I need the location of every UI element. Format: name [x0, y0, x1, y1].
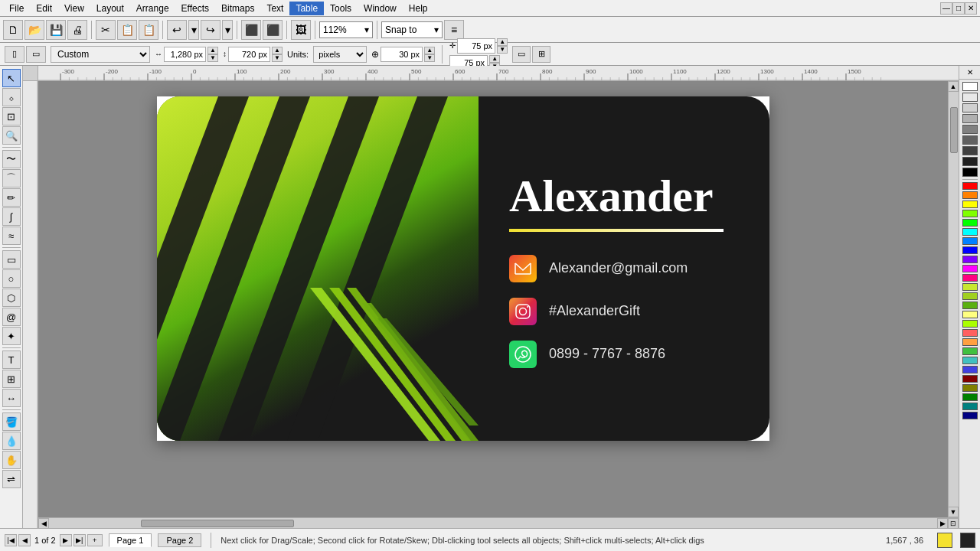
color-panel-x[interactable]: ✕ — [965, 67, 975, 77]
color-swatch[interactable] — [962, 182, 978, 190]
zoom-dropdown-icon[interactable]: ▾ — [364, 24, 369, 35]
hand-tool[interactable]: ✋ — [2, 451, 21, 469]
color-swatch[interactable] — [962, 191, 978, 199]
snap-options-button[interactable]: ≡ — [444, 20, 464, 40]
table-tool[interactable]: ⊞ — [2, 370, 21, 388]
color-swatch[interactable] — [962, 228, 978, 236]
redo-button[interactable]: ↪ — [201, 20, 220, 40]
hscroll-left-btn[interactable]: ◀ — [38, 518, 49, 529]
vscroll-up-btn[interactable]: ▲ — [948, 81, 959, 92]
window-close[interactable]: ✕ — [965, 2, 977, 15]
color-swatch[interactable] — [962, 393, 978, 401]
menubar-layout[interactable]: Layout — [90, 2, 130, 15]
color-swatch[interactable] — [962, 320, 978, 328]
select-tool[interactable]: ↖ — [2, 69, 21, 87]
page-add-btn[interactable]: + — [87, 534, 103, 546]
color-swatch[interactable] — [962, 135, 978, 145]
color-swatch[interactable] — [962, 82, 978, 91]
snap-select[interactable]: Snap to ▾ — [381, 21, 443, 38]
color-swatch[interactable] — [962, 338, 978, 346]
open-button[interactable]: 📂 — [24, 20, 44, 40]
y-up[interactable]: ▲ — [489, 55, 500, 63]
page1-tab[interactable]: Page 1 — [109, 533, 152, 547]
page-border-btn[interactable]: ▭ — [512, 46, 531, 63]
color-swatch[interactable] — [962, 384, 978, 392]
spiral-tool[interactable]: @ — [2, 308, 21, 326]
color-swatch[interactable] — [962, 302, 978, 309]
height-up[interactable]: ▲ — [272, 47, 283, 54]
undo-dropdown[interactable]: ▾ — [188, 20, 199, 40]
menubar-bitmaps[interactable]: Bitmaps — [215, 2, 260, 15]
x-up[interactable]: ▲ — [497, 38, 508, 46]
zoom-tool[interactable]: 🔍 — [2, 126, 21, 145]
menubar-edit[interactable]: Edit — [30, 2, 58, 15]
color-swatch[interactable] — [962, 125, 978, 134]
menubar-window[interactable]: Window — [358, 2, 403, 15]
menubar-effects[interactable]: Effects — [175, 2, 215, 15]
menubar-table[interactable]: Table — [289, 2, 324, 15]
star-tool[interactable]: ✦ — [2, 327, 21, 345]
vscroll-thumb[interactable] — [950, 107, 958, 153]
window-minimize[interactable]: — — [940, 2, 952, 15]
color-swatch[interactable] — [962, 375, 978, 383]
color-swatch[interactable] — [962, 114, 978, 123]
ellipse-tool[interactable]: ○ — [2, 269, 21, 288]
color-swatch[interactable] — [962, 201, 978, 208]
units-select[interactable]: pixels — [313, 46, 367, 63]
new-button[interactable]: 🗋 — [3, 20, 23, 40]
portrait-button[interactable]: ▯ — [5, 46, 24, 63]
preset-select[interactable]: Custom — [51, 46, 150, 63]
color-swatch[interactable] — [962, 329, 978, 337]
x-down[interactable]: ▼ — [497, 46, 508, 54]
page-last-btn[interactable]: ▶| — [74, 534, 86, 546]
page2-tab[interactable]: Page 2 — [158, 533, 201, 547]
color-swatch[interactable] — [962, 412, 978, 419]
freehand-tool[interactable]: 〜 — [2, 150, 21, 168]
status-fill-box[interactable] — [937, 533, 952, 548]
width-up[interactable]: ▲ — [207, 47, 218, 54]
cut-button[interactable]: ✂ — [96, 20, 116, 40]
hscroll-right-btn[interactable]: ▶ — [937, 518, 948, 529]
height-input[interactable] — [228, 47, 270, 62]
color-swatch[interactable] — [962, 210, 978, 217]
pen-tool[interactable]: ✏ — [2, 188, 21, 207]
polygon-tool[interactable]: ⬡ — [2, 289, 21, 307]
image-button[interactable]: 🖼 — [291, 20, 311, 40]
height-down[interactable]: ▼ — [272, 54, 283, 62]
page-prev-btn[interactable]: ◀ — [18, 534, 31, 546]
menubar-view[interactable]: View — [58, 2, 90, 15]
zoom-fit-btn[interactable]: ⊡ — [948, 518, 959, 529]
width-down[interactable]: ▼ — [207, 54, 218, 62]
fill-tool[interactable]: 🪣 — [2, 412, 21, 431]
eyedropper-tool[interactable]: 💧 — [2, 432, 21, 450]
color-swatch[interactable] — [962, 357, 978, 364]
color-swatch[interactable] — [962, 157, 978, 166]
undo-button[interactable]: ↩ — [167, 20, 187, 40]
color-swatch[interactable] — [962, 168, 978, 177]
rect-tool[interactable]: ▭ — [2, 250, 21, 269]
node-tool[interactable]: ⬦ — [2, 88, 21, 106]
zoom-box[interactable]: 112% ▾ — [319, 21, 373, 38]
smear-tool[interactable]: ≈ — [2, 227, 21, 245]
color-swatch[interactable] — [962, 246, 978, 254]
text-tool[interactable]: T — [2, 350, 21, 369]
bezier-tool[interactable]: ⌒ — [2, 169, 21, 187]
crop-tool[interactable]: ⊡ — [2, 107, 21, 126]
page-first-btn[interactable]: |◀ — [5, 534, 17, 546]
calligraphy-tool[interactable]: ∫ — [2, 207, 21, 226]
menubar-file[interactable]: File — [3, 2, 30, 15]
color-swatch[interactable] — [962, 237, 978, 245]
window-maximize[interactable]: □ — [952, 2, 965, 15]
color-swatch[interactable] — [962, 265, 978, 272]
copy-button[interactable]: 📋 — [117, 20, 137, 40]
color-swatch[interactable] — [962, 274, 978, 282]
print-button[interactable]: 🖨 — [67, 20, 87, 40]
menubar-help[interactable]: Help — [403, 2, 434, 15]
x-input[interactable] — [457, 38, 495, 54]
color-swatch[interactable] — [962, 311, 978, 318]
landscape-button[interactable]: ▭ — [26, 46, 46, 63]
color-swatch[interactable] — [962, 146, 978, 155]
nudge-input[interactable] — [381, 47, 423, 62]
nudge-down[interactable]: ▼ — [424, 54, 435, 62]
color-swatch[interactable] — [962, 292, 978, 300]
